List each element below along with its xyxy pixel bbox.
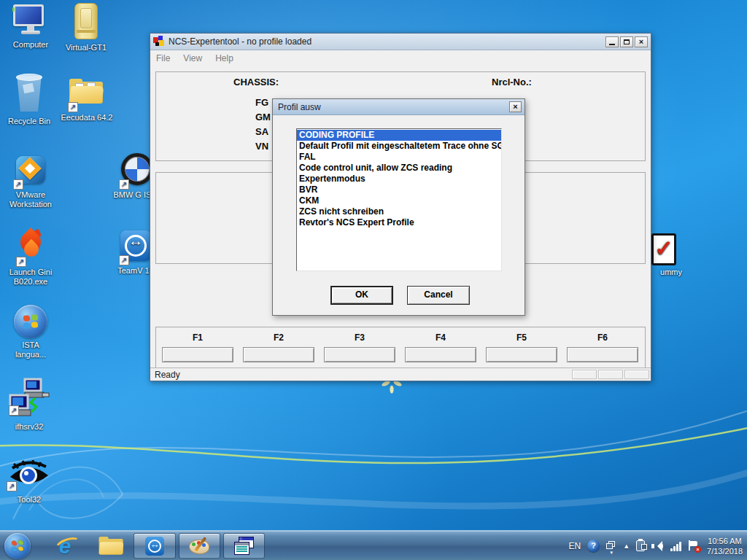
maximize-button[interactable] <box>620 36 633 47</box>
close-icon: × <box>639 38 643 46</box>
maximize-icon <box>624 39 630 44</box>
f6-button[interactable] <box>567 347 638 362</box>
fg-label: FG <box>255 97 268 108</box>
show-hidden-icons[interactable]: ▲ <box>623 542 630 550</box>
f4-label: F4 <box>405 332 476 343</box>
clock-date: 7/13/2018 <box>707 546 743 556</box>
icon-label: ummy <box>649 268 693 277</box>
icon-label: Tool32 <box>1 495 57 505</box>
list-item[interactable]: Default Profil mit eingeschaltetem Trace… <box>297 141 501 152</box>
taskbar-internet-explorer[interactable]: e <box>51 533 79 559</box>
dialog-titlebar[interactable]: Profil ausw × <box>273 99 525 115</box>
list-item[interactable]: BVR <box>297 184 501 195</box>
paint-palette-icon <box>189 537 211 555</box>
f2-label: F2 <box>243 332 314 343</box>
taskbar-paint-button[interactable] <box>179 533 220 559</box>
profile-listbox[interactable]: CODING PROFILE Default Profil mit einges… <box>296 128 502 271</box>
list-item[interactable]: Expertenmodus <box>297 174 501 184</box>
eye-icon: ↗ <box>8 456 50 493</box>
ncs-expert-icon: C: <box>234 537 255 556</box>
gm-label: GM <box>255 112 271 122</box>
network-computers-icon: ↗ <box>9 378 50 420</box>
icon-label: ifhsrv32 <box>1 422 57 432</box>
windows-orb-icon <box>14 305 47 338</box>
desktop-icon-launch-gini[interactable]: ↗ Launch Gini B020.exe <box>3 230 58 287</box>
status-bar: Ready <box>150 368 651 381</box>
language-indicator[interactable]: EN <box>568 541 581 551</box>
folder-icon: ↗ <box>69 79 104 111</box>
f5-button[interactable] <box>486 347 557 362</box>
shortcut-arrow-icon: ↗ <box>119 179 129 190</box>
icon-label: Computer <box>3 40 58 50</box>
fkey-panel: F1 F2 F3 F4 F5 F6 <box>155 327 646 368</box>
taskbar-clock[interactable]: 10:56 AM 7/13/2018 <box>707 536 743 556</box>
minimize-icon <box>609 44 615 45</box>
action-center-flag-icon[interactable]: × <box>688 540 700 552</box>
start-orb-icon <box>4 533 31 559</box>
system-tray: EN ? ▼ ▲ × 10:56 AM 7/13/2018 <box>562 531 743 560</box>
desktop-icon-ifhsrv32[interactable]: ↗ ifhsrv32 <box>1 378 57 432</box>
icon-label: Recycle Bin <box>1 117 57 126</box>
list-item[interactable]: CODING PROFILE <box>297 130 501 141</box>
desktop-icon-tool32[interactable]: ↗ Tool32 <box>1 456 57 505</box>
f5-label: F5 <box>486 332 557 343</box>
shortcut-arrow-icon: ↗ <box>16 257 26 267</box>
f1-label: F1 <box>162 332 233 343</box>
f1-button[interactable] <box>162 347 233 362</box>
desktop-icon-computer[interactable]: Computer <box>3 4 58 50</box>
vn-label: VN <box>255 141 268 152</box>
menu-view[interactable]: View <box>183 53 202 63</box>
sa-label: SA <box>255 126 268 137</box>
start-button[interactable] <box>4 533 31 559</box>
shortcut-arrow-icon: ↗ <box>119 255 129 265</box>
f6-label: F6 <box>567 332 638 343</box>
volume-icon[interactable] <box>651 541 663 551</box>
ok-button[interactable]: OK <box>330 286 393 305</box>
desktop-icon-eecudata[interactable]: ↗ Eecudata 64.2 <box>54 79 120 122</box>
window-titlebar[interactable]: NCS-Expertentool - no profile loaded × <box>150 34 651 50</box>
list-item[interactable]: Code control unit, allow ZCS reading <box>297 163 501 174</box>
f3-button[interactable] <box>324 347 395 362</box>
desktop-icon-vmware[interactable]: ↗ VMware Workstation <box>3 155 58 209</box>
internet-explorer-icon: e <box>59 535 71 557</box>
icon-label: Virtual-GT1 <box>58 43 114 52</box>
taskbar-teamviewer-button[interactable]: ↔ <box>133 533 176 559</box>
flame-icon: ↗ <box>18 230 44 265</box>
desktop-icon-virtual-gt1[interactable]: Virtual-GT1 <box>58 3 114 52</box>
folder-icon <box>99 537 120 556</box>
icon-label: ISTA langua... <box>7 341 54 359</box>
gt1-device-icon <box>74 3 98 41</box>
computer-icon <box>13 4 48 38</box>
clock-time: 10:56 AM <box>707 536 743 546</box>
chassis-label: CHASSIS: <box>233 77 279 88</box>
help-icon[interactable]: ? <box>587 540 600 552</box>
checkmark-icon: ✓ <box>651 233 676 265</box>
icon-label: Launch Gini B020.exe <box>3 268 58 287</box>
desktop-icon-ista-languages[interactable]: ISTA langua... <box>7 305 54 359</box>
restore-windows-icon[interactable]: ▼ <box>606 541 616 551</box>
list-item[interactable]: Revtor's NCS Expert Profile <box>297 217 501 228</box>
list-item[interactable]: FAL <box>297 152 501 163</box>
desktop-icon-recycle-bin[interactable]: Recycle Bin <box>1 74 57 126</box>
taskbar-ncs-expert-button[interactable]: C: <box>223 533 265 559</box>
nrcl-label: Nrcl-No.: <box>492 77 532 88</box>
cancel-button[interactable]: Cancel <box>407 286 470 305</box>
icon-label: Eecudata 64.2 <box>54 113 120 122</box>
f2-button[interactable] <box>243 347 314 362</box>
list-item[interactable]: CKM <box>297 195 501 206</box>
close-button[interactable]: × <box>635 36 648 47</box>
f4-button[interactable] <box>405 347 476 362</box>
vmware-icon: ↗ <box>15 155 47 188</box>
taskbar-explorer[interactable] <box>95 533 124 559</box>
menu-help[interactable]: Help <box>215 53 233 63</box>
shortcut-arrow-icon: ↗ <box>13 179 23 190</box>
menu-file[interactable]: File <box>156 53 170 63</box>
network-signal-icon[interactable] <box>670 541 681 551</box>
dialog-close-button[interactable]: × <box>509 101 522 112</box>
recycle-bin-icon <box>15 74 44 114</box>
teamviewer-icon: ↔ <box>145 537 164 556</box>
f3-label: F3 <box>324 332 395 343</box>
list-item[interactable]: ZCS nicht schreiben <box>297 206 501 217</box>
clipboard-tray-icon[interactable] <box>636 540 645 551</box>
minimize-button[interactable] <box>605 36 619 47</box>
